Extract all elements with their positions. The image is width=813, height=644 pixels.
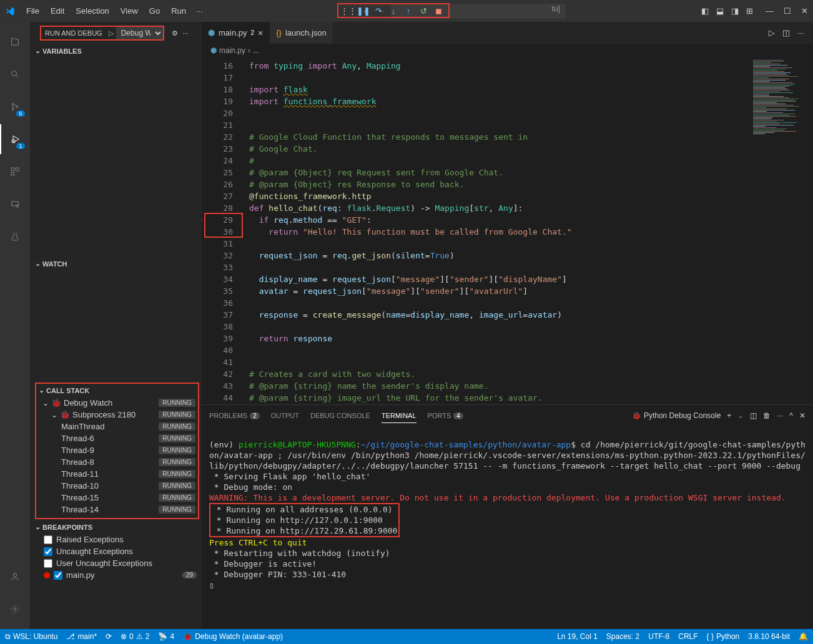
step-out-icon[interactable]: ↑ <box>403 5 414 16</box>
activity-extensions[interactable] <box>0 157 30 187</box>
breakpoint-uncaught[interactable]: Uncaught Exceptions <box>30 545 202 557</box>
breakpoint-raised[interactable]: Raised Exceptions <box>30 534 202 545</box>
status-cursor[interactable]: Ln 19, Col 1 <box>557 632 598 641</box>
callstack-thread[interactable]: Thread-14RUNNING <box>36 504 198 515</box>
activity-testing[interactable] <box>0 222 30 251</box>
svg-rect-5 <box>11 168 14 171</box>
activity-explorer[interactable] <box>0 27 30 57</box>
layout-panel-icon[interactable]: ⬓ <box>716 6 724 16</box>
section-variables-label: VARIABLES <box>42 47 82 55</box>
callstack-thread[interactable]: Thread-10RUNNING <box>36 480 198 492</box>
stop-icon[interactable]: ◼ <box>433 5 444 16</box>
drag-icon[interactable]: ⋮⋮ <box>343 5 354 16</box>
activity-accounts[interactable] <box>0 562 30 592</box>
code-editor[interactable]: 1617181920212223242526272829303132333435… <box>202 57 813 404</box>
section-variables-header[interactable]: ⌄VARIABLES <box>30 44 202 57</box>
section-callstack-header[interactable]: ⌄CALL STACK <box>36 384 198 397</box>
pause-icon[interactable]: ❚❚ <box>358 5 369 16</box>
status-remote[interactable]: ⧉ WSL: Ubuntu <box>5 632 57 641</box>
debug-settings-icon[interactable]: ⚙ <box>172 29 178 37</box>
code-content[interactable]: from typing import Any, Mapping import f… <box>239 57 751 404</box>
tab-launch-json[interactable]: {}launch.json <box>270 22 333 44</box>
activity-remote[interactable] <box>0 189 30 219</box>
callstack-thread[interactable]: Thread-9RUNNING <box>36 444 198 456</box>
split-editor-icon[interactable]: ◫ <box>782 28 790 37</box>
maximize-panel-icon[interactable]: ^ <box>789 411 793 420</box>
step-into-icon[interactable]: ↓ <box>388 5 399 16</box>
window-close-icon[interactable]: ✕ <box>801 6 808 16</box>
status-debug[interactable]: 🐞 Debug Watch (avatar-app) <box>183 632 283 641</box>
line-gutter[interactable]: 1617181920212223242526272829303132333435… <box>202 57 239 404</box>
status-lang[interactable]: { } Python <box>707 632 740 641</box>
status-spaces[interactable]: Spaces: 2 <box>606 632 639 641</box>
tab-problems[interactable]: PROBLEMS2 <box>209 409 260 422</box>
kill-terminal-icon[interactable]: 🗑 <box>763 411 771 420</box>
window-minimize-icon[interactable]: — <box>766 6 774 16</box>
panel-tabs: PROBLEMS2 OUTPUT DEBUG CONSOLE TERMINAL … <box>202 405 813 426</box>
status-notifications-icon[interactable]: 🔔 <box>799 632 808 641</box>
run-debug-label: RUN AND DEBUG <box>41 28 106 38</box>
terminal-dropdown[interactable]: 🐞Python Debug Console <box>632 411 721 420</box>
callstack-session[interactable]: ⌄🐞 Debug Watch RUNNING <box>36 397 198 409</box>
ports-badge: 4 <box>453 412 463 419</box>
restart-icon[interactable]: ↺ <box>418 5 429 16</box>
tab-terminal[interactable]: TERMINAL <box>382 409 416 422</box>
status-python[interactable]: 3.8.10 64-bit <box>748 632 790 641</box>
menu-selection[interactable]: Selection <box>71 4 114 18</box>
new-terminal-icon[interactable]: + <box>727 411 731 420</box>
status-sync[interactable]: ⟳ <box>106 632 112 641</box>
close-panel-icon[interactable]: ✕ <box>799 411 806 420</box>
activity-scm[interactable]: 5 <box>0 92 30 122</box>
tab-ports[interactable]: PORTS4 <box>428 409 463 422</box>
svg-rect-7 <box>11 172 14 175</box>
debug-config-select[interactable]: Debug Wa <box>116 27 163 39</box>
status-branch[interactable]: ⎇ main* <box>66 632 97 641</box>
close-tab-icon[interactable]: × <box>258 28 263 38</box>
tab-main-py[interactable]: ⬢main.py2× <box>202 22 270 44</box>
menu-more-icon[interactable]: ··· <box>191 4 208 18</box>
terminal-content[interactable]: (env) pierrick@LAPTOP-HKU5PNNG:~/git/goo… <box>202 426 813 629</box>
debug-badge: 1 <box>16 143 25 149</box>
callstack-thread[interactable]: Thread-6RUNNING <box>36 432 198 444</box>
breakpoint-user-uncaught[interactable]: User Uncaught Exceptions <box>30 557 202 569</box>
editor-more-icon[interactable]: ··· <box>797 28 804 37</box>
menu-edit[interactable]: Edit <box>46 4 69 18</box>
minimap[interactable] <box>751 57 813 404</box>
menu-go[interactable]: Go <box>144 4 165 18</box>
svg-point-2 <box>12 108 14 110</box>
activity-debug[interactable]: 1 <box>0 124 30 154</box>
breadcrumb[interactable]: ⬢ main.py › ... <box>202 44 813 57</box>
run-editor-icon[interactable]: ▷ <box>769 28 775 37</box>
status-encoding[interactable]: UTF-8 <box>648 632 669 641</box>
menu-run[interactable]: Run <box>166 4 191 18</box>
activity-search[interactable] <box>0 59 30 89</box>
section-watch-header[interactable]: ⌄WATCH <box>30 257 202 270</box>
panel-more-icon[interactable]: ··· <box>777 411 783 420</box>
status-eol[interactable]: CRLF <box>678 632 697 641</box>
sidebar-more-icon[interactable]: ··· <box>183 29 189 37</box>
callstack-thread[interactable]: Thread-15RUNNING <box>36 492 198 504</box>
breakpoint-dot-icon[interactable] <box>202 217 202 223</box>
layout-sidebar-left-icon[interactable]: ◧ <box>701 6 709 16</box>
callstack-thread[interactable]: Thread-8RUNNING <box>36 456 198 468</box>
activity-settings[interactable] <box>0 594 30 624</box>
breakpoint-file[interactable]: main.py29 <box>30 569 202 581</box>
status-ports[interactable]: 📡 4 <box>158 632 174 641</box>
split-terminal-icon[interactable]: ◫ <box>750 411 757 420</box>
step-over-icon[interactable]: ↷ <box>373 5 384 16</box>
status-problems[interactable]: ⊗ 0 ⚠ 2 <box>121 632 149 641</box>
window-maximize-icon[interactable]: ☐ <box>784 6 791 16</box>
section-breakpoints-header[interactable]: ⌄BREAKPOINTS <box>30 520 202 534</box>
bug-icon: 🐞 <box>632 411 641 420</box>
callstack-thread[interactable]: MainThreadRUNNING <box>36 421 198 432</box>
tab-debug-console[interactable]: DEBUG CONSOLE <box>310 409 370 422</box>
tab-output[interactable]: OUTPUT <box>271 409 299 422</box>
callstack-thread[interactable]: Thread-11RUNNING <box>36 468 198 480</box>
layout-sidebar-right-icon[interactable]: ◨ <box>731 6 739 16</box>
start-debug-icon[interactable]: ▷ <box>106 29 116 37</box>
menu-file[interactable]: File <box>21 4 44 18</box>
status-badge: RUNNING <box>159 399 195 407</box>
callstack-subprocess[interactable]: ⌄🐞 Subprocess 2180 RUNNING <box>36 409 198 421</box>
menu-view[interactable]: View <box>116 4 143 18</box>
layout-customize-icon[interactable]: ⊞ <box>746 6 753 16</box>
